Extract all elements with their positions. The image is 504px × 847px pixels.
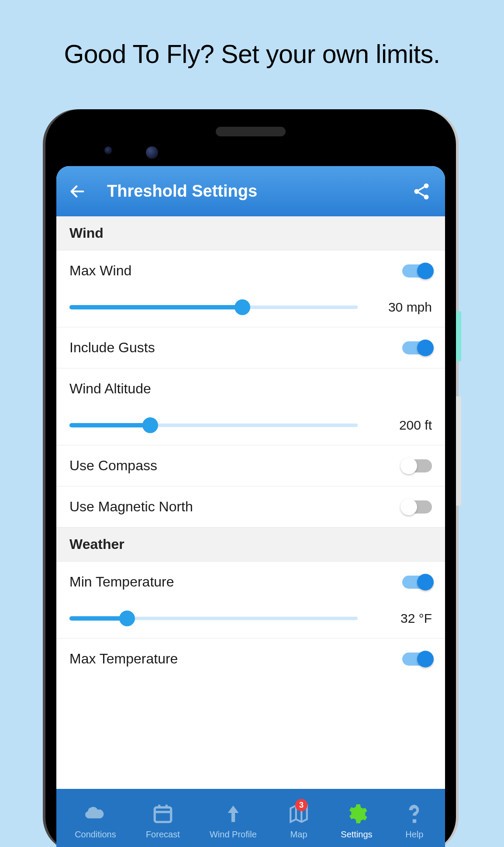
row-wind-altitude: Wind Altitude 200 ft xyxy=(56,368,445,445)
nav-forecast[interactable]: Forecast xyxy=(146,802,180,840)
max-temp-toggle[interactable] xyxy=(402,653,432,666)
use-magnetic-label: Use Magnetic North xyxy=(69,499,193,515)
page-title: Threshold Settings xyxy=(107,182,257,201)
back-arrow-icon[interactable] xyxy=(69,183,86,200)
wind-altitude-value: 200 ft xyxy=(375,418,432,433)
include-gusts-toggle[interactable] xyxy=(402,341,432,354)
nav-help-label: Help xyxy=(405,830,423,840)
marketing-tagline: Good To Fly? Set your own limits. xyxy=(0,0,504,69)
app-screen: Threshold Settings Wind Max Wind xyxy=(56,166,445,847)
max-temp-label: Max Temperature xyxy=(69,651,178,667)
row-use-compass: Use Compass xyxy=(56,445,445,486)
nav-settings[interactable]: Settings xyxy=(341,802,372,840)
wind-altitude-slider[interactable] xyxy=(69,423,358,427)
phone-volume-button xyxy=(456,396,461,506)
gear-icon xyxy=(344,802,369,826)
min-temp-value: 32 °F xyxy=(375,611,432,626)
nav-forecast-label: Forecast xyxy=(146,830,180,840)
conditions-icon xyxy=(83,802,107,826)
use-compass-label: Use Compass xyxy=(69,458,157,474)
min-temp-label: Min Temperature xyxy=(69,574,174,590)
nav-help[interactable]: Help xyxy=(402,802,427,840)
nav-wind-profile-label: Wind Profile xyxy=(210,830,257,840)
settings-content: Wind Max Wind 30 mph Include G xyxy=(56,216,445,789)
svg-point-1 xyxy=(424,183,429,188)
max-wind-label: Max Wind xyxy=(69,263,131,279)
row-min-temperature: Min Temperature 32 °F xyxy=(56,562,445,639)
min-temp-slider[interactable] xyxy=(69,616,358,621)
arrow-up-icon xyxy=(221,802,245,826)
use-compass-toggle[interactable] xyxy=(402,459,432,472)
nav-settings-label: Settings xyxy=(341,830,372,840)
row-max-temperature: Max Temperature xyxy=(56,639,445,679)
phone-power-button xyxy=(456,311,461,361)
max-wind-toggle[interactable] xyxy=(402,264,432,278)
wind-altitude-label: Wind Altitude xyxy=(69,381,151,397)
nav-wind-profile[interactable]: Wind Profile xyxy=(210,802,257,840)
svg-point-3 xyxy=(424,194,429,199)
phone-sensor xyxy=(104,146,112,154)
row-max-wind: Max Wind 30 mph xyxy=(56,250,445,327)
min-temp-toggle[interactable] xyxy=(402,576,432,589)
svg-point-2 xyxy=(414,189,419,194)
map-badge: 3 xyxy=(295,799,307,811)
phone-speaker xyxy=(216,127,286,136)
svg-rect-5 xyxy=(155,807,171,822)
share-icon[interactable] xyxy=(412,182,431,201)
row-use-magnetic: Use Magnetic North xyxy=(56,486,445,528)
bottom-nav: Conditions Forecast Wind Profile 3 Map xyxy=(56,789,445,847)
question-icon xyxy=(402,802,427,826)
phone-frame: Threshold Settings Wind Max Wind xyxy=(45,109,456,847)
nav-conditions-label: Conditions xyxy=(75,830,116,840)
use-magnetic-toggle[interactable] xyxy=(402,500,432,514)
calendar-icon xyxy=(151,802,175,826)
app-bar: Threshold Settings xyxy=(56,166,445,216)
phone-camera xyxy=(146,146,158,159)
row-include-gusts: Include Gusts xyxy=(56,327,445,368)
nav-map-label: Map xyxy=(290,830,307,840)
section-header-wind: Wind xyxy=(56,216,445,250)
max-wind-value: 30 mph xyxy=(375,300,432,315)
section-header-weather: Weather xyxy=(56,528,445,562)
max-wind-slider[interactable] xyxy=(69,305,358,309)
nav-map[interactable]: 3 Map xyxy=(287,802,311,840)
include-gusts-label: Include Gusts xyxy=(69,340,155,356)
nav-conditions[interactable]: Conditions xyxy=(75,802,116,840)
